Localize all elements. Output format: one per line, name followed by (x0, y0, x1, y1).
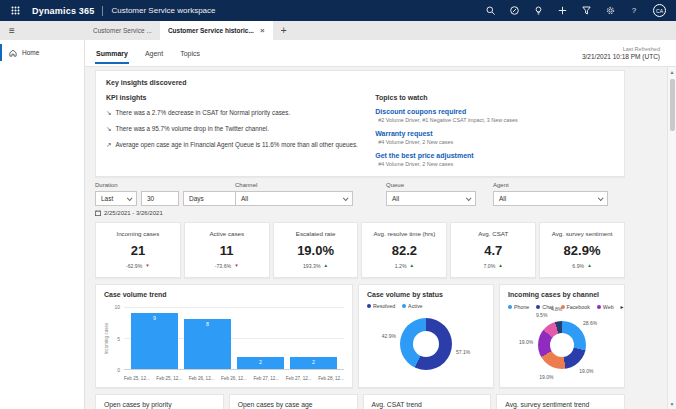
x-tick-label: Feb 28, 12... (318, 376, 344, 381)
session-tab-inactive[interactable]: Customer Service ... (85, 21, 160, 40)
kpi-delta: 193.3% (303, 263, 321, 269)
search-icon[interactable] (485, 6, 495, 16)
kpi-card-active-cases: Active cases 11 -73.6% (184, 222, 270, 278)
settings-gear-icon[interactable] (605, 6, 615, 16)
bar-segment[interactable]: 9 (131, 313, 178, 369)
case-volume-bars: 9822 (124, 307, 344, 369)
kpi-value: 82.2 (392, 243, 417, 258)
topics-title: Topics to watch (375, 94, 614, 101)
topic-meta: #4 Volume Driver, 2 New cases (375, 161, 614, 167)
date-range: 2/25/2021 - 3/26/2021 (95, 210, 249, 216)
legend-dot (402, 304, 406, 308)
scrollbar-thumb[interactable] (670, 79, 675, 131)
scroll-up-arrow[interactable]: ▲ (668, 69, 676, 75)
queue-select[interactable]: All (386, 191, 476, 206)
x-tick-label: Feb 26, 12... (189, 376, 215, 381)
queue-value: All (392, 195, 399, 202)
topic-link[interactable]: Discount coupons required (375, 108, 614, 115)
donut-wrap: 57.1%42.9% (367, 312, 485, 376)
waffle-icon[interactable] (10, 6, 20, 16)
sidebar-item-label: Home (22, 49, 39, 56)
channel-select[interactable]: All (235, 191, 353, 206)
session-tab-label: Customer Service historic... (168, 27, 254, 34)
kpi-delta: -62.9% (126, 263, 142, 269)
kpi-insight-item: ↘ There was a 2.7% decrease in CSAT for … (106, 109, 375, 117)
trend-up-icon (498, 264, 503, 269)
top-navigation-bar: Dynamics 365 Customer Service workspace … (0, 0, 676, 21)
bar-chart: Incoming cases 1050 9822 Feb 25, 12...Fe… (104, 307, 344, 381)
duration-last-select[interactable]: Last (95, 191, 137, 206)
vertical-scrollbar: ▲ ▼ (667, 67, 676, 409)
home-icon (9, 49, 17, 57)
kpi-value: 19.0% (297, 243, 334, 258)
chart-title: Case volume by status (367, 291, 485, 298)
sidebar-item-home[interactable]: Home (0, 44, 84, 61)
kpi-label: Avg. CSAT (478, 230, 508, 237)
last-refreshed-label: Last Refreshed (582, 46, 660, 52)
topic-link[interactable]: Warranty request (375, 130, 614, 137)
queue-filter: Queue All (386, 182, 476, 206)
agent-select[interactable]: All (493, 191, 608, 206)
duration-last-value: Last (101, 195, 113, 202)
kpi-delta: -73.6% (215, 263, 231, 269)
bar-value-label: 2 (312, 359, 315, 365)
trend-down-icon: ↘ (106, 125, 111, 133)
duration-value-input[interactable]: 30 (141, 191, 179, 206)
tab-topics[interactable]: Topics (179, 43, 201, 64)
legend-item[interactable]: Web (597, 304, 614, 310)
kpi-card-escalated-rate: Escalated rate 19.0% 193.3% (273, 222, 359, 278)
trend-up-icon (410, 264, 415, 269)
y-tick-label: 0 (110, 367, 120, 373)
donut-wrap: 28.6%19.0%19.0%19.0%9.5%4.8% (508, 313, 616, 377)
hamburger-menu-icon[interactable]: ≡ (0, 21, 85, 40)
tab-agent[interactable]: Agent (144, 43, 164, 64)
kpi-card-incoming-cases: Incoming cases 21 -62.9% (95, 222, 181, 278)
channel-donut-chart[interactable] (538, 321, 586, 369)
kpi-value: 4.7 (484, 243, 502, 258)
filter-icon[interactable] (581, 6, 591, 16)
kpi-delta: 6.9% (572, 263, 584, 269)
avatar[interactable]: CA (653, 4, 666, 17)
charts-row: Case volume trend Incoming cases 1050 98… (95, 284, 625, 388)
bar-segment[interactable]: 2 (237, 357, 284, 369)
dashboard-content: Key insights discovered KPI insights ↘ T… (95, 67, 625, 409)
kpi-insight-item: ↘ There was a 95.7% volume drop in the T… (106, 125, 375, 133)
slice-percentage-label: 28.6% (583, 320, 597, 326)
agent-filter: Agent All (493, 182, 608, 206)
lightbulb-icon[interactable] (533, 6, 543, 16)
trend-up-icon: ↗ (106, 141, 111, 149)
bar-segment[interactable]: 8 (184, 319, 231, 369)
kpi-label: Active cases (209, 230, 244, 237)
app-name[interactable]: Customer Service workspace (111, 6, 215, 15)
new-tab-button[interactable]: + (273, 21, 295, 40)
scroll-down-arrow[interactable]: ▼ (668, 401, 676, 407)
legend-item[interactable]: Active (402, 303, 422, 309)
kpi-delta: 1.2% (395, 263, 407, 269)
chart-title: Case volume trend (104, 291, 344, 298)
chart-title: Incoming cases by channel (508, 291, 616, 298)
chevron-down-icon (343, 195, 349, 201)
calendar-icon (95, 210, 101, 216)
bar-segment[interactable]: 2 (290, 357, 337, 369)
compose-icon[interactable] (509, 6, 519, 16)
status-donut-chart[interactable] (400, 318, 452, 370)
topic-meta: #2 Volume Driver, #1 Negative CSAT impac… (375, 117, 614, 123)
topic-item: Warranty request #4 Volume Driver, 2 New… (375, 130, 614, 145)
legend-item[interactable]: Phone (508, 304, 529, 310)
kpi-label: Escalated rate (296, 230, 336, 237)
session-tabstrip: ≡ Customer Service ... Customer Service … (0, 21, 676, 40)
last-refreshed: Last Refreshed 3/21/2021 10:18 PM (UTC) (582, 46, 660, 60)
help-icon[interactable]: ? (629, 6, 639, 16)
legend-overflow-icon[interactable]: ▸ (621, 303, 624, 310)
session-tab-active[interactable]: Customer Service historic... × (160, 21, 273, 40)
legend-item[interactable]: Facebook (561, 304, 590, 310)
close-tab-icon[interactable]: × (260, 27, 265, 35)
sitemap-sidebar: Home (0, 40, 85, 409)
kpi-label: Avg. survey sentiment (552, 230, 613, 237)
x-tick-label: Feb 25, 12... (124, 376, 150, 381)
legend-item[interactable]: Resolved (367, 303, 395, 309)
add-icon[interactable] (557, 6, 567, 16)
tab-summary[interactable]: Summary (95, 43, 129, 64)
topic-link[interactable]: Get the best price adjustment (375, 152, 614, 159)
bar-value-label: 9 (153, 315, 156, 321)
